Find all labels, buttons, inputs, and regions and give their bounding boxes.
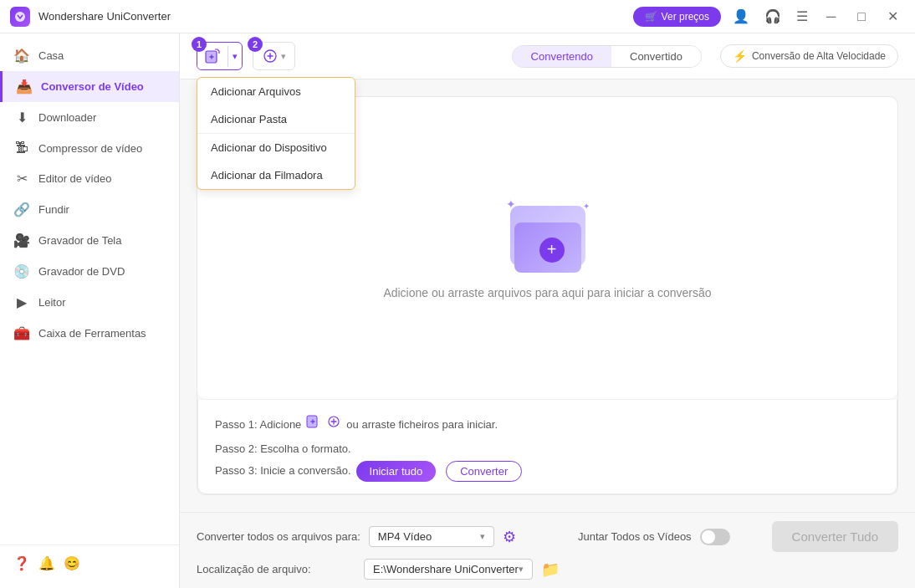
notification-icon[interactable]: 🔔 — [38, 555, 55, 571]
merge-toggle[interactable] — [700, 529, 730, 545]
step3-label: Passo 3: Inicie a conversão. — [215, 460, 351, 482]
home-icon: 🏠 — [13, 48, 30, 64]
screenshot-button-wrap: 2 ▾ — [253, 42, 295, 70]
titlebar-controls: 🛒 Ver preços 👤 🎧 ☰ ─ □ ✕ — [633, 5, 905, 28]
headset-icon[interactable]: 🎧 — [761, 5, 785, 28]
dropdown-add-files[interactable]: Adicionar Arquivos — [197, 78, 355, 105]
convert-format-row: Converter todos os arquivos para: MP4 Ví… — [197, 521, 898, 552]
lightning-icon: ⚡ — [733, 49, 747, 63]
sidebar-item-gravador-tela[interactable]: 🎥 Gravador de Tela — [0, 225, 179, 256]
location-label: Localização de arquivo: — [197, 563, 355, 575]
sidebar-item-gravador-dvd[interactable]: 💿 Gravador de DVD — [0, 256, 179, 287]
step1-suffix: ou arraste ficheiros para iniciar. — [346, 414, 498, 436]
download-icon: ⬇ — [13, 110, 30, 125]
tab-converting[interactable]: Convertendo — [513, 46, 611, 67]
main-layout: 🏠 Casa 📥 Conversor de Vídeo ⬇ Downloader… — [0, 33, 915, 588]
location-select-arrow: ▾ — [519, 564, 524, 575]
merge-icon: 🔗 — [13, 202, 30, 217]
step-2-row: Passo 2: Escolha o formato. — [215, 438, 880, 460]
step-1-row: Passo 1: Adicione ou arraste ficheiros p… — [215, 412, 880, 438]
step-badge-2: 2 — [248, 37, 263, 52]
sidebar-item-downloader[interactable]: ⬇ Downloader — [0, 102, 179, 133]
add-file-icon — [204, 48, 221, 64]
toolbox-icon: 🧰 — [13, 325, 30, 341]
steps-area: Passo 1: Adicione ou arraste ficheiros p… — [197, 400, 897, 494]
content-area: 1 ▾ 2 — [180, 33, 915, 588]
app-logo — [10, 7, 30, 27]
drop-text: Adicione ou arraste arquivos para aqui p… — [383, 286, 711, 299]
dropdown-add-device[interactable]: Adicionar do Dispositivo — [197, 134, 355, 161]
sidebar: 🏠 Casa 📥 Conversor de Vídeo ⬇ Downloader… — [0, 33, 180, 588]
sidebar-item-compressor[interactable]: 🗜 Compressor de vídeo — [0, 133, 179, 163]
merge-section: Juntar Todos os Vídeos — [578, 529, 730, 545]
account-icon[interactable]: 👤 — [729, 5, 753, 28]
dropdown-add-camera[interactable]: Adicionar da Filmadora — [197, 161, 355, 189]
start-all-button[interactable]: Iniciar tudo — [356, 461, 437, 482]
add-icon-step1 — [306, 412, 321, 438]
play-icon: ▶ — [13, 294, 30, 310]
bottom-bar: Converter todos os arquivos para: MP4 Ví… — [180, 512, 915, 588]
sidebar-item-casa[interactable]: 🏠 Casa — [0, 40, 179, 71]
tab-converted[interactable]: Convertido — [611, 46, 701, 67]
close-button[interactable]: ✕ — [881, 5, 905, 28]
dropdown-add-folder[interactable]: Adicionar Pasta — [197, 105, 355, 133]
high-speed-button[interactable]: ⚡ Conversão de Alta Velocidade — [720, 44, 898, 68]
location-input[interactable]: E:\Wondershare UniConverter ▾ — [364, 559, 533, 580]
feedback-icon[interactable]: 😊 — [64, 555, 80, 571]
add-dropdown-menu: Adicionar Arquivos Adicionar Pasta Adici… — [197, 77, 355, 190]
step2-label: Passo 2: Escolha o formato. — [215, 438, 351, 460]
folder-icon: ✦ ✦ + — [506, 197, 590, 273]
format-settings-icon[interactable]: ⚙ — [503, 528, 516, 546]
sidebar-item-caixa[interactable]: 🧰 Caixa de Ferramentas — [0, 318, 179, 349]
add-file-dropdown-arrow[interactable]: ▾ — [227, 46, 242, 67]
add-file-button-wrap: 1 ▾ — [197, 42, 243, 70]
help-icon[interactable]: ❓ — [13, 555, 30, 571]
sidebar-bottom: ❓ 🔔 😊 — [0, 545, 179, 581]
maximize-button[interactable]: □ — [851, 6, 872, 28]
convert-label: Converter todos os arquivos para: — [197, 530, 360, 543]
titlebar: Wondershare UniConverter 🛒 Ver preços 👤 … — [0, 0, 915, 33]
folder-front: + — [514, 222, 581, 273]
sidebar-item-editor[interactable]: ✂ Editor de vídeo — [0, 163, 179, 194]
step-badge-1: 1 — [192, 37, 207, 52]
screen-record-icon: 🎥 — [13, 233, 30, 248]
price-button[interactable]: 🛒 Ver preços — [633, 7, 721, 27]
sidebar-item-leitor[interactable]: ▶ Leitor — [0, 287, 179, 318]
format-select[interactable]: MP4 Vídeo ▾ — [369, 526, 494, 547]
menu-icon[interactable]: ☰ — [793, 5, 811, 28]
app-title: Wondershare UniConverter — [38, 10, 633, 23]
dvd-icon: 💿 — [13, 263, 30, 279]
video-converter-icon: 📥 — [16, 79, 33, 95]
step-3-row: Passo 3: Inicie a conversão. Iniciar tud… — [215, 460, 880, 482]
folder-plus-icon: + — [539, 238, 565, 263]
svg-point-0 — [15, 12, 25, 22]
toolbar: 1 ▾ 2 — [180, 33, 915, 79]
screenshot-icon-step1 — [326, 412, 341, 438]
convert-all-button[interactable]: Converter Tudo — [772, 521, 898, 552]
sidebar-item-fundir[interactable]: 🔗 Fundir — [0, 194, 179, 225]
folder-browse-icon[interactable]: 📁 — [541, 560, 560, 579]
screenshot-dropdown-arrow: ▾ — [281, 51, 286, 62]
format-select-arrow: ▾ — [480, 531, 485, 542]
format-value: MP4 Vídeo — [378, 530, 432, 543]
location-row: Localização de arquivo: E:\Wondershare U… — [197, 559, 898, 580]
compress-icon: 🗜 — [13, 141, 30, 156]
scissors-icon: ✂ — [13, 171, 30, 187]
location-value: E:\Wondershare UniConverter — [373, 563, 519, 575]
merge-label: Juntar Todos os Vídeos — [578, 530, 692, 543]
convert-button[interactable]: Converter — [446, 461, 522, 482]
sidebar-item-conversor-video[interactable]: 📥 Conversor de Vídeo — [0, 71, 179, 102]
step1-label: Passo 1: Adicione — [215, 414, 301, 436]
screenshot-icon — [262, 48, 279, 64]
tab-group: Convertendo Convertido — [512, 45, 702, 68]
minimize-button[interactable]: ─ — [820, 6, 842, 28]
cart-icon: 🛒 — [645, 11, 657, 23]
